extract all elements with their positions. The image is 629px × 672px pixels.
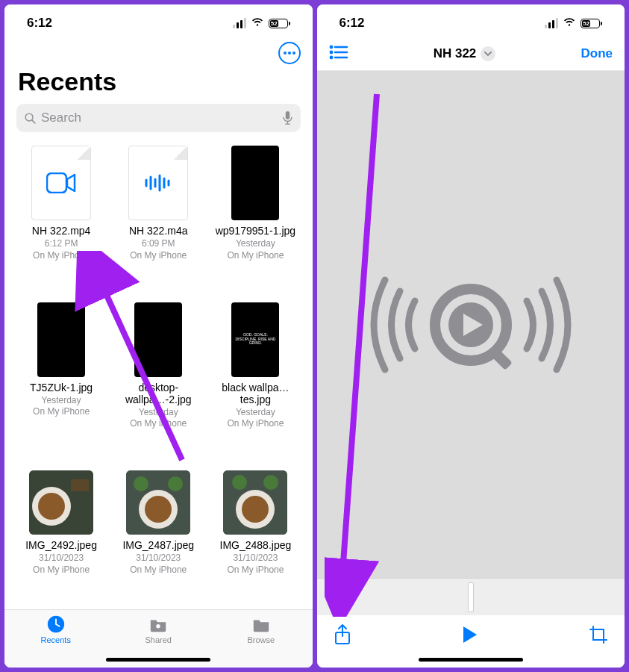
tab-label: Browse xyxy=(247,635,275,644)
file-location: On My iPhone xyxy=(33,564,90,576)
top-actions xyxy=(4,39,313,64)
svg-rect-2 xyxy=(285,111,289,119)
file-time: 6:09 PM xyxy=(142,238,175,250)
wifi-icon xyxy=(251,16,264,30)
image-thumbnail xyxy=(29,470,93,535)
files-grid: NH 322.mp4 6:12 PM On My iPhone NH 322.m… xyxy=(4,132,313,609)
chevron-down-icon xyxy=(481,46,495,61)
image-thumbnail xyxy=(134,302,182,377)
image-thumbnail xyxy=(223,470,287,535)
file-time: Yesterday xyxy=(42,395,81,407)
share-button[interactable] xyxy=(334,623,351,649)
image-thumbnail: GOD. GOALS. DISCIPLINE. RISE AND GRIND. xyxy=(231,302,279,377)
tab-shared[interactable]: Shared xyxy=(107,615,210,654)
file-time: Yesterday xyxy=(236,407,275,419)
file-location: On My iPhone xyxy=(130,250,187,262)
file-name: IMG_2492.jpeg xyxy=(25,539,97,551)
cellular-signal-icon xyxy=(545,18,558,28)
file-time: 31/10/2023 xyxy=(39,553,84,564)
play-button[interactable] xyxy=(462,625,478,647)
file-location: On My iPhone xyxy=(130,418,187,430)
media-display xyxy=(317,71,625,578)
file-location: On My iPhone xyxy=(33,250,90,262)
file-item[interactable]: IMG_2488.jpeg 31/10/2023 On My iPhone xyxy=(209,470,301,609)
share-icon xyxy=(334,623,351,646)
svg-point-25 xyxy=(156,624,160,629)
status-bar: 6:12 52 xyxy=(4,4,313,39)
svg-point-18 xyxy=(168,476,183,491)
file-item[interactable]: NH 322.m4a 6:09 PM On My iPhone xyxy=(112,146,204,295)
file-time: Yesterday xyxy=(236,238,275,250)
cellular-signal-icon xyxy=(233,18,246,28)
image-thumbnail xyxy=(231,146,279,220)
title-text: NH 322 xyxy=(434,46,477,61)
list-button[interactable] xyxy=(329,45,348,63)
file-item[interactable]: desktop-wallpa…-2.jpg Yesterday On My iP… xyxy=(112,302,204,464)
file-name: black wallpa…tes.jpg xyxy=(214,382,296,405)
svg-point-23 xyxy=(263,475,278,490)
svg-line-1 xyxy=(32,119,35,122)
file-item[interactable]: NH 322.mp4 6:12 PM On My iPhone xyxy=(15,146,107,295)
clock-icon xyxy=(46,615,66,634)
video-file-icon xyxy=(31,146,91,220)
file-item[interactable]: TJ5ZUk-1.jpg Yesterday On My iPhone xyxy=(15,302,107,464)
battery-icon: 52 xyxy=(269,19,290,28)
shared-folder-icon xyxy=(148,615,169,634)
svg-point-17 xyxy=(134,476,148,491)
files-recents-screen: 6:12 52 Recents NH 322.mp4 6 xyxy=(4,4,313,668)
tab-label: Recents xyxy=(41,635,71,644)
status-icons: 52 xyxy=(545,16,602,30)
crop-icon xyxy=(589,625,608,644)
svg-point-16 xyxy=(145,496,172,523)
file-location: On My iPhone xyxy=(33,406,90,418)
search-bar[interactable] xyxy=(16,104,301,132)
nav-title[interactable]: NH 322 xyxy=(434,46,496,61)
svg-point-27 xyxy=(330,46,331,48)
file-time: 31/10/2023 xyxy=(233,553,278,564)
svg-point-22 xyxy=(232,475,247,490)
file-name: TJ5ZUk-1.jpg xyxy=(30,382,93,393)
svg-point-21 xyxy=(242,496,269,523)
status-icons: 52 xyxy=(233,16,290,30)
home-indicator[interactable] xyxy=(419,658,523,662)
file-name: IMG_2488.jpeg xyxy=(220,539,292,551)
home-indicator[interactable] xyxy=(106,658,210,662)
file-time: Yesterday xyxy=(139,407,178,419)
file-location: On My iPhone xyxy=(130,564,187,576)
wifi-icon xyxy=(563,16,576,30)
mic-icon[interactable] xyxy=(282,111,293,125)
file-name: NH 322.mp4 xyxy=(32,225,91,237)
audio-file-icon xyxy=(128,146,188,220)
search-input[interactable] xyxy=(41,111,282,125)
file-item[interactable]: IMG_2487.jpeg 31/10/2023 On My iPhone xyxy=(112,470,204,609)
file-name: NH 322.m4a xyxy=(129,225,188,237)
search-icon xyxy=(24,112,37,125)
file-time: 6:12 PM xyxy=(45,238,78,250)
tab-recents[interactable]: Recents xyxy=(4,615,107,654)
media-preview-screen: 6:12 52 NH 322 Done xyxy=(317,4,625,668)
status-bar: 6:12 52 xyxy=(317,4,625,39)
file-item[interactable]: IMG_2492.jpeg 31/10/2023 On My iPhone xyxy=(15,470,107,609)
svg-rect-13 xyxy=(71,479,89,491)
play-icon xyxy=(462,625,478,644)
scrubber-handle[interactable] xyxy=(468,582,474,612)
nav-bar: NH 322 Done xyxy=(317,39,625,71)
svg-rect-3 xyxy=(47,173,66,193)
status-time: 6:12 xyxy=(339,16,365,31)
file-location: On My iPhone xyxy=(227,250,284,262)
crop-button[interactable] xyxy=(589,625,608,647)
file-time: 31/10/2023 xyxy=(136,553,181,564)
status-time: 6:12 xyxy=(27,16,52,31)
thumbnail-scrubber[interactable] xyxy=(317,578,625,615)
more-options-button[interactable] xyxy=(278,42,301,64)
file-location: On My iPhone xyxy=(227,418,284,430)
audio-playback-icon xyxy=(344,258,598,392)
file-name: wp9179951-1.jpg xyxy=(216,225,295,237)
tab-browse[interactable]: Browse xyxy=(210,615,313,654)
file-item[interactable]: wp9179951-1.jpg Yesterday On My iPhone xyxy=(209,146,301,295)
folder-icon xyxy=(251,615,272,634)
file-item[interactable]: GOD. GOALS. DISCIPLINE. RISE AND GRIND. … xyxy=(209,302,301,464)
page-title: Recents xyxy=(4,64,313,104)
svg-point-12 xyxy=(38,493,65,520)
done-button[interactable]: Done xyxy=(581,46,613,61)
